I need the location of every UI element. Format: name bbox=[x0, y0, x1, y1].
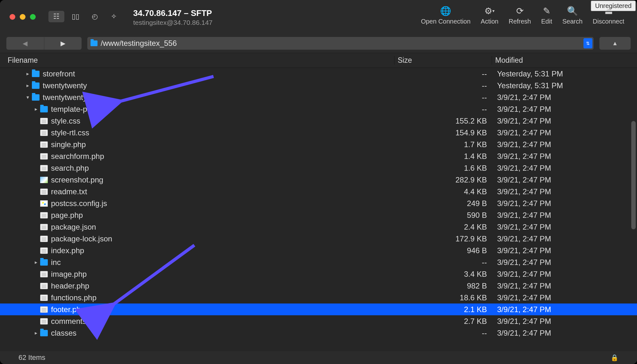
file-row[interactable]: ▸package.json2.4 KB3/9/21, 2:47 PM bbox=[0, 221, 637, 233]
header-size[interactable]: Size bbox=[395, 56, 492, 65]
file-name: image.php bbox=[51, 270, 87, 279]
column-header: Filename Size Modified bbox=[0, 53, 637, 68]
file-row[interactable]: ▸screenshot.png282.9 KB3/9/21, 2:47 PM bbox=[0, 174, 637, 186]
cell-name: ▸postcss.config.js bbox=[0, 199, 395, 208]
file-row[interactable]: ▸style-rtl.css154.9 KB3/9/21, 2:47 PM bbox=[0, 127, 637, 139]
browser-icon[interactable]: ☷ bbox=[48, 11, 64, 22]
scrollbar-thumb[interactable] bbox=[631, 121, 636, 229]
scrollbar[interactable] bbox=[631, 61, 636, 338]
history-nav: ◀ ▶ bbox=[6, 37, 82, 50]
status-bar: 62 Items 🔒 bbox=[0, 351, 637, 364]
search-button[interactable]: 🔍Search bbox=[562, 6, 583, 25]
minimize-button[interactable] bbox=[20, 14, 25, 20]
cell-name: ▸storefront bbox=[0, 69, 395, 78]
file-row[interactable]: ▸search.php1.6 KB3/9/21, 2:47 PM bbox=[0, 162, 637, 174]
cell-name: ▸header.php bbox=[0, 282, 395, 290]
eject-icon: ⏏ bbox=[604, 6, 613, 16]
file-icon bbox=[40, 283, 48, 289]
file-row[interactable]: ▸searchform.php1.4 KB3/9/21, 2:47 PM bbox=[0, 150, 637, 162]
file-row[interactable]: ▸postcss.config.js249 B3/9/21, 2:47 PM bbox=[0, 197, 637, 209]
file-name: classes bbox=[51, 329, 76, 338]
cell-name: ▸package-lock.json bbox=[0, 234, 395, 243]
file-row[interactable]: ▸single.php1.7 KB3/9/21, 2:47 PM bbox=[0, 139, 637, 150]
chevron-icon[interactable]: ▾ bbox=[24, 94, 32, 100]
file-row[interactable]: ▾twentytwentyone--3/9/21, 2:47 PM bbox=[0, 91, 637, 103]
cell-modified: 3/9/21, 2:47 PM bbox=[492, 282, 637, 290]
file-row[interactable]: ▸classes--3/9/21, 2:47 PM bbox=[0, 327, 637, 339]
chevron-icon[interactable]: ▸ bbox=[24, 82, 32, 89]
bonjour-icon[interactable]: ✧ bbox=[106, 11, 122, 22]
edit-button[interactable]: ✎Edit bbox=[541, 6, 552, 25]
back-button[interactable]: ◀ bbox=[6, 37, 44, 50]
file-name: style-rtl.css bbox=[51, 128, 89, 137]
cell-modified: 3/9/21, 2:47 PM bbox=[492, 246, 637, 255]
file-row[interactable]: ▸footer.php2.1 KB3/9/21, 2:47 PM bbox=[0, 303, 637, 315]
file-row[interactable]: ▸comments.php2.7 KB3/9/21, 2:47 PM bbox=[0, 315, 637, 327]
cell-size: 4.4 KB bbox=[395, 187, 492, 196]
history-icon[interactable]: ◴ bbox=[87, 11, 103, 22]
cell-size: 2.4 KB bbox=[395, 223, 492, 232]
cell-modified: 3/9/21, 2:47 PM bbox=[492, 199, 637, 208]
cell-name: ▸classes bbox=[0, 329, 395, 338]
open-connection-button[interactable]: 🌐Open Connection bbox=[421, 6, 471, 25]
file-name: style.css bbox=[51, 117, 80, 125]
chevron-icon[interactable]: ▸ bbox=[24, 71, 32, 77]
refresh-button[interactable]: ⟳Refresh bbox=[509, 6, 531, 25]
file-row[interactable]: ▸package-lock.json172.9 KB3/9/21, 2:47 P… bbox=[0, 233, 637, 245]
zoom-button[interactable] bbox=[30, 14, 36, 20]
file-row[interactable]: ▸twentytwenty--Yesterday, 5:31 PM bbox=[0, 80, 637, 91]
header-filename[interactable]: Filename bbox=[0, 56, 395, 65]
cell-name: ▸inc bbox=[0, 258, 395, 267]
cell-size: 2.1 KB bbox=[395, 305, 492, 314]
file-icon bbox=[40, 224, 48, 230]
file-row[interactable]: ▸header.php982 B3/9/21, 2:47 PM bbox=[0, 280, 637, 292]
cell-modified: 3/9/21, 2:47 PM bbox=[492, 175, 637, 184]
chevron-icon[interactable]: ▸ bbox=[32, 330, 40, 336]
app-window: Unregistered ☷ ▯▯ ◴ ✧ 34.70.86.147 – SFT… bbox=[0, 0, 637, 364]
path-dropdown-icon[interactable]: ⇅ bbox=[583, 38, 592, 48]
title-account: testingsitex@34.70.86.147 bbox=[133, 19, 213, 26]
file-icon bbox=[40, 212, 48, 218]
cell-size: 1.4 KB bbox=[395, 152, 492, 161]
traffic-lights bbox=[0, 10, 36, 20]
disconnect-button[interactable]: ⏏Disconnect bbox=[593, 6, 624, 25]
file-name: twentytwentyone bbox=[43, 93, 100, 102]
path-field[interactable]: /www/testingsitex_556 ⇅ bbox=[87, 37, 594, 50]
file-row[interactable]: ▸functions.php18.6 KB3/9/21, 2:47 PM bbox=[0, 292, 637, 303]
file-name: index.php bbox=[51, 246, 84, 255]
cell-modified: 3/9/21, 2:47 PM bbox=[492, 270, 637, 279]
cell-size: 282.9 KB bbox=[395, 175, 492, 184]
chevron-icon[interactable]: ▸ bbox=[32, 259, 40, 265]
cell-size: 172.9 KB bbox=[395, 234, 492, 243]
action-button[interactable]: ⚙︎▾Action bbox=[481, 6, 499, 25]
file-row[interactable]: ▸storefront--Yesterday, 5:31 PM bbox=[0, 68, 637, 80]
header-modified[interactable]: Modified bbox=[492, 56, 637, 65]
cell-modified: 3/9/21, 2:47 PM bbox=[492, 293, 637, 302]
file-row[interactable]: ▸inc--3/9/21, 2:47 PM bbox=[0, 256, 637, 268]
cell-modified: 3/9/21, 2:47 PM bbox=[492, 223, 637, 232]
file-row[interactable]: ▸page.php590 B3/9/21, 2:47 PM bbox=[0, 209, 637, 221]
file-row[interactable]: ▸template-parts--3/9/21, 2:47 PM bbox=[0, 103, 637, 115]
file-name: package-lock.json bbox=[51, 234, 112, 243]
file-name: template-parts bbox=[51, 105, 100, 114]
file-row[interactable]: ▸readme.txt4.4 KB3/9/21, 2:47 PM bbox=[0, 186, 637, 197]
cell-name: ▸style.css bbox=[0, 117, 395, 125]
file-icon bbox=[40, 200, 48, 207]
cell-name: ▸search.php bbox=[0, 164, 395, 173]
cell-modified: 3/9/21, 2:47 PM bbox=[492, 187, 637, 196]
bookmarks-icon[interactable]: ▯▯ bbox=[68, 11, 83, 22]
go-up-button[interactable]: ▲ bbox=[599, 37, 631, 50]
close-button[interactable] bbox=[10, 14, 15, 20]
file-list[interactable]: ▸storefront--Yesterday, 5:31 PM▸twentytw… bbox=[0, 68, 637, 345]
file-icon bbox=[40, 306, 48, 313]
cell-size: 18.6 KB bbox=[395, 293, 492, 302]
file-row[interactable]: ▸style.css155.2 KB3/9/21, 2:47 PM bbox=[0, 115, 637, 127]
cell-name: ▾twentytwentyone bbox=[0, 93, 395, 102]
file-row[interactable]: ▸image.php3.4 KB3/9/21, 2:47 PM bbox=[0, 268, 637, 280]
forward-button[interactable]: ▶ bbox=[44, 37, 82, 50]
chevron-icon[interactable]: ▸ bbox=[32, 106, 40, 112]
pencil-icon: ✎ bbox=[543, 6, 550, 16]
cell-size: -- bbox=[395, 69, 492, 78]
file-icon bbox=[40, 153, 48, 160]
file-row[interactable]: ▸index.php946 B3/9/21, 2:47 PM bbox=[0, 245, 637, 256]
